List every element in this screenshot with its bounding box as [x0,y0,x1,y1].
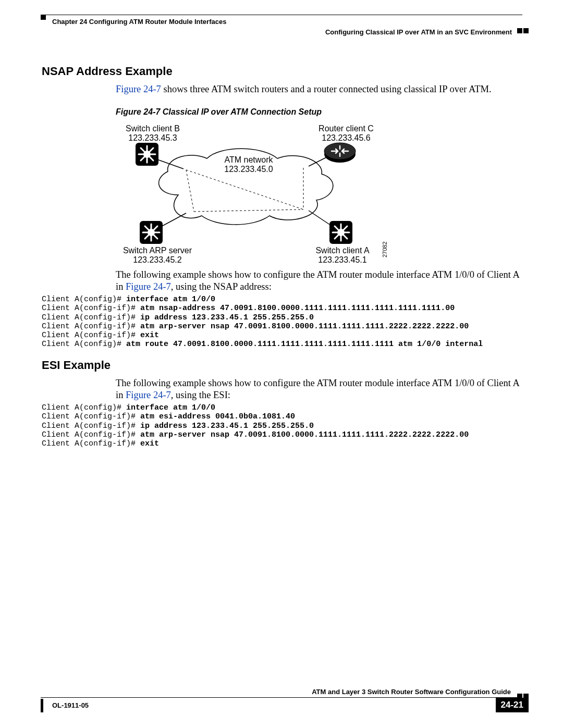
svg-point-13 [143,151,151,158]
command: interface atm 1/0/0 [126,403,215,412]
label-network: ATM network 123.233.45.0 [215,155,283,175]
text: 123.233.45.6 [322,133,370,142]
text: 123.233.45.1 [318,255,366,264]
paragraph: The following example shows how to confi… [116,377,522,401]
cli-block-esi: Client A(config)# interface atm 1/0/0 Cl… [42,403,469,448]
text: ATM network [224,155,273,164]
text: 123.233.45.3 [128,133,177,142]
prompt: Client A(config-if)# [42,439,140,448]
prompt: Client A(config-if)# [42,304,140,313]
page-number: 24-21 [496,698,529,712]
text: Router client C [319,124,374,133]
prompt: Client A(config-if)# [42,412,140,421]
command: atm arp-server nsap 47.0091.8100.0000.11… [140,322,469,331]
text: Switch client A [315,246,369,255]
text: Switch ARP server [123,246,192,255]
command: exit [140,439,159,448]
text: , using the ESI: [171,390,230,400]
command: atm arp-server nsap 47.0091.8100.0000.11… [140,430,469,439]
prompt: Client A(config)# [42,340,126,349]
label-switch-a: Switch client A 123.233.45.1 [309,246,376,265]
text: shows three ATM switch routers and a rou… [161,84,492,94]
command: atm esi-address 0041.0b0a.1081.40 [140,412,295,421]
header-rule [41,15,522,15]
label-router-c: Router client C 123.233.45.6 [310,124,383,143]
header-section: Configuring Classical IP over ATM in an … [325,28,512,36]
paragraph: Figure 24-7 shows three ATM switch route… [116,83,522,95]
prompt: Client A(config-if)# [42,322,140,331]
svg-line-5 [186,170,303,209]
network-diagram: Switch client B 123.233.45.3 Router clie… [116,122,397,261]
command: exit [140,331,159,340]
paragraph: The following example shows how to confi… [116,269,522,293]
footer-doc-id: OL-1911-05 [52,701,89,709]
label-switch-b: Switch client B 123.233.45.3 [119,124,187,143]
prompt: Client A(config-if)# [42,331,140,340]
header-chapter: Chapter 24 Configuring ATM Router Module… [52,18,226,26]
text: , using the NSAP address: [171,281,272,292]
figure-ref-link[interactable]: Figure 24-7 [126,390,171,400]
command: atm nsap-address 47.0091.8100.0000.1111.… [140,304,455,313]
header-marker [517,28,522,33]
text: 123.233.45.0 [224,165,273,174]
text: 123.233.45.2 [133,255,181,264]
figure-ref-link[interactable]: Figure 24-7 [126,281,171,292]
figure-ref-link[interactable]: Figure 24-7 [116,84,161,94]
svg-point-19 [148,229,155,236]
command: interface atm 1/0/0 [126,295,215,304]
command: ip address 123.233.45.1 255.255.255.0 [140,313,314,322]
command: atm route 47.0091.8100.0000.1111.1111.11… [126,340,483,349]
figure-id: 27082 [382,241,388,257]
svg-point-25 [337,229,345,236]
prompt: Client A(config-if)# [42,430,140,439]
cli-block-nsap: Client A(config)# interface atm 1/0/0 Cl… [42,295,483,349]
text: Switch client B [126,124,180,133]
prompt: Client A(config)# [42,403,126,412]
heading-esi: ESI Example [42,359,111,372]
footer-guide-title: ATM and Layer 3 Switch Router Software C… [312,688,511,696]
figure-caption: Figure 24-7 Classical IP over ATM Connec… [116,107,322,117]
command: ip address 123.233.45.1 255.255.255.0 [140,422,314,430]
header-marker [523,28,529,33]
heading-nsap: NSAP Address Example [42,65,173,78]
svg-line-4 [186,170,194,212]
prompt: Client A(config-if)# [42,313,140,322]
header-marker [41,15,46,20]
page: Chapter 24 Configuring ATM Router Module… [0,0,563,728]
prompt: Client A(config-if)# [42,422,140,430]
label-arp: Switch ARP server 123.233.45.2 [116,246,199,265]
footer-bar [41,699,43,712]
svg-line-6 [194,209,303,212]
footer-rule [41,697,522,698]
prompt: Client A(config)# [42,295,126,304]
